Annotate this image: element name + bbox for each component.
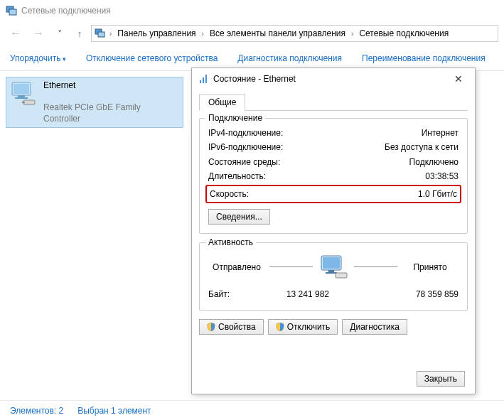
received-label: Принято bbox=[402, 262, 459, 272]
disable-button[interactable]: Отключить bbox=[268, 319, 338, 335]
window-title-bar: Сетевые подключения bbox=[0, 0, 504, 21]
svg-rect-10 bbox=[200, 80, 201, 83]
up-button[interactable]: ˅ bbox=[51, 25, 68, 42]
svg-rect-7 bbox=[15, 97, 28, 99]
item-count: Элементов: 2 bbox=[10, 406, 63, 416]
connection-group-label: Подключение bbox=[205, 113, 265, 123]
shield-icon bbox=[276, 323, 284, 331]
svg-rect-6 bbox=[18, 95, 25, 97]
breadcrumb-sep: › bbox=[349, 30, 355, 38]
close-icon[interactable]: ✕ bbox=[448, 70, 469, 87]
speed-highlight: Скорость: 1.0 Гбит/с bbox=[205, 185, 461, 203]
connection-status bbox=[43, 92, 180, 103]
connection-item-ethernet[interactable]: Ethernet Realtek PCIe GbE Family Control… bbox=[6, 77, 183, 128]
breadcrumb-all-items[interactable]: Все элементы панели управления bbox=[208, 27, 348, 40]
ipv6-row: IPv6-подключение: Без доступа к сети bbox=[208, 140, 459, 154]
status-dialog: Состояние - Ethernet ✕ Общие Подключение… bbox=[191, 68, 476, 394]
organize-button[interactable]: Упорядочить bbox=[10, 53, 66, 63]
activity-group: Активность Отправлено Принято Ба bbox=[199, 242, 468, 311]
activity-line bbox=[269, 266, 313, 267]
breadcrumb-sep: › bbox=[200, 30, 206, 38]
ipv6-value: Без доступа к сети bbox=[385, 140, 459, 154]
nav-row: ← → ˅ ↑ › Панель управления › Все элемен… bbox=[0, 21, 504, 45]
address-bar[interactable]: › Панель управления › Все элементы панел… bbox=[91, 25, 498, 42]
rename-button[interactable]: Переименование подключения bbox=[362, 53, 486, 63]
breadcrumb-control-panel[interactable]: Панель управления bbox=[115, 27, 198, 40]
duration-row: Длительность: 03:38:53 bbox=[208, 169, 459, 183]
ipv4-label: IPv4-подключение: bbox=[208, 126, 283, 140]
network-icon-small bbox=[95, 28, 106, 39]
bytes-row: Байт: 13 241 982 78 359 859 bbox=[208, 287, 459, 301]
activity-line bbox=[354, 266, 397, 267]
svg-rect-1 bbox=[9, 9, 16, 15]
media-label: Состояние среды: bbox=[208, 155, 280, 169]
ipv4-value: Интернет bbox=[422, 126, 459, 140]
svg-rect-5 bbox=[14, 84, 29, 94]
diagnose-button[interactable]: Диагностика bbox=[342, 319, 407, 335]
disable-device-button[interactable]: Отключение сетевого устройства bbox=[86, 53, 218, 63]
connection-text: Ethernet Realtek PCIe GbE Family Control… bbox=[43, 80, 180, 124]
tab-general[interactable]: Общие bbox=[199, 94, 245, 111]
ipv6-label: IPv6-подключение: bbox=[208, 140, 283, 154]
forward-button[interactable]: → bbox=[28, 23, 48, 43]
back-button[interactable]: ← bbox=[6, 23, 26, 43]
properties-button[interactable]: Свойства bbox=[199, 319, 264, 335]
duration-value: 03:38:53 bbox=[425, 169, 459, 183]
network-icon bbox=[6, 5, 17, 16]
bytes-sent: 13 241 982 bbox=[251, 287, 329, 301]
speed-row: Скорость: 1.0 Гбит/с bbox=[207, 187, 460, 201]
window-title: Сетевые подключения bbox=[21, 6, 111, 16]
connection-name: Ethernet bbox=[43, 80, 180, 92]
speed-label: Скорость: bbox=[210, 187, 249, 201]
dialog-body: Общие Подключение IPv4-подключение: Инте… bbox=[192, 90, 475, 342]
dialog-title: Состояние - Ethernet bbox=[213, 74, 444, 84]
svg-rect-12 bbox=[205, 75, 207, 83]
activity-group-label: Активность bbox=[205, 237, 256, 247]
diagnose-button[interactable]: Диагностика подключения bbox=[237, 53, 342, 63]
bytes-label: Байт: bbox=[208, 287, 251, 301]
activity-header: Отправлено Принято bbox=[208, 250, 459, 281]
media-row: Состояние среды: Подключено bbox=[208, 155, 459, 169]
up-folder-button[interactable]: ↑ bbox=[71, 25, 88, 42]
connection-adapter: Realtek PCIe GbE Family Controller bbox=[43, 102, 180, 124]
ipv4-row: IPv4-подключение: Интернет bbox=[208, 126, 459, 140]
dialog-title-bar: Состояние - Ethernet ✕ bbox=[192, 68, 475, 90]
tab-strip: Общие bbox=[199, 94, 468, 111]
ethernet-icon bbox=[9, 80, 38, 107]
action-buttons: Свойства Отключить Диагностика bbox=[199, 319, 468, 335]
bytes-recv: 78 359 859 bbox=[380, 287, 459, 301]
svg-rect-15 bbox=[328, 270, 334, 272]
details-button[interactable]: Сведения... bbox=[208, 209, 270, 225]
svg-rect-14 bbox=[323, 257, 340, 269]
breadcrumb-network-connections[interactable]: Сетевые подключения bbox=[357, 27, 451, 40]
media-value: Подключено bbox=[409, 155, 459, 169]
selection-count: Выбран 1 элемент bbox=[77, 406, 151, 416]
connection-group: Подключение IPv4-подключение: Интернет I… bbox=[199, 118, 468, 234]
svg-rect-3 bbox=[98, 32, 104, 37]
shield-icon bbox=[207, 323, 215, 331]
svg-rect-17 bbox=[336, 273, 347, 278]
signal-icon bbox=[198, 73, 209, 85]
duration-label: Длительность: bbox=[208, 169, 266, 183]
dialog-footer: Закрыть bbox=[417, 371, 465, 387]
svg-rect-8 bbox=[23, 100, 35, 104]
svg-rect-11 bbox=[203, 77, 204, 83]
sent-label: Отправлено bbox=[208, 262, 265, 272]
speed-value: 1.0 Гбит/с bbox=[418, 187, 457, 201]
monitor-icon bbox=[317, 254, 350, 280]
status-bar: Элементов: 2 Выбран 1 элемент bbox=[0, 400, 504, 420]
close-button[interactable]: Закрыть bbox=[417, 371, 465, 387]
breadcrumb-sep: › bbox=[107, 30, 114, 38]
